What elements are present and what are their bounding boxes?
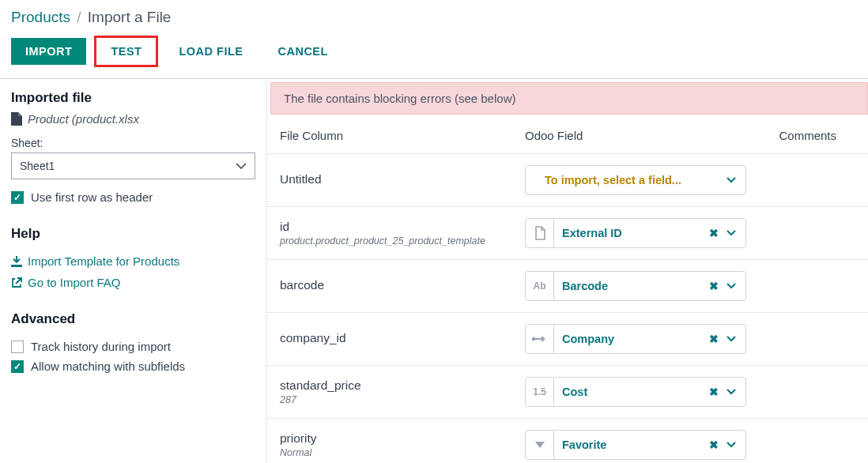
sheet-value: Sheet1	[20, 160, 55, 172]
clear-field-icon[interactable]: ✖	[704, 227, 723, 239]
imported-file-name-row: Product (product.xlsx	[11, 112, 255, 126]
field-picker[interactable]: 1.5Cost✖	[525, 377, 746, 407]
odoo-field-cell: Favorite✖	[525, 430, 746, 460]
content-area: The file contains blocking errors (see b…	[267, 79, 868, 463]
field-picker-label: External ID	[554, 227, 704, 239]
file-column-name: standard_price	[280, 378, 525, 393]
faq-link[interactable]: Go to Import FAQ	[11, 276, 255, 289]
file-column-name: company_id	[280, 331, 525, 345]
field-type-icon	[526, 431, 554, 459]
svg-rect-1	[532, 337, 535, 341]
allow-subfields-label: Allow matching with subfields	[31, 359, 185, 373]
file-column-cell: company_id	[280, 331, 525, 347]
download-icon	[11, 256, 22, 267]
file-column-name: barcode	[280, 278, 525, 292]
file-column-sample: 287	[280, 394, 525, 405]
external-link-icon	[11, 277, 22, 288]
test-button[interactable]: TEST	[94, 36, 158, 67]
file-column-cell: priorityNormal	[280, 431, 525, 458]
clear-field-icon[interactable]: ✖	[704, 333, 723, 345]
import-template-link[interactable]: Import Template for Products	[11, 254, 255, 268]
file-column-sample: product.product_product_25_product_templ…	[280, 235, 525, 247]
mapping-row: barcodeAbBarcode✖	[267, 260, 868, 313]
file-column-cell: Untitled	[280, 172, 525, 188]
chevron-down-icon[interactable]	[723, 389, 739, 395]
field-type-icon	[526, 166, 537, 194]
field-picker-label: Favorite	[554, 439, 704, 451]
chevron-down-icon[interactable]	[723, 336, 739, 342]
cancel-button[interactable]: CANCEL	[263, 38, 342, 65]
advanced-heading: Advanced	[11, 311, 255, 327]
file-icon	[11, 112, 22, 126]
file-column-cell: barcode	[280, 278, 525, 294]
field-type-icon	[526, 325, 554, 353]
field-picker-label: To import, select a field...	[537, 174, 723, 186]
odoo-field-cell: To import, select a field...	[525, 165, 746, 195]
field-type-icon: 1.5	[526, 378, 554, 406]
checkbox-icon	[11, 191, 24, 204]
clear-field-icon[interactable]: ✖	[704, 280, 723, 292]
header-odoo-field: Odoo Field	[525, 129, 770, 142]
field-type-icon	[526, 219, 554, 247]
header-file-column: File Column	[280, 129, 525, 142]
checkbox-icon	[11, 341, 24, 353]
imported-file-heading: Imported file	[11, 90, 255, 106]
import-template-text: Import Template for Products	[28, 254, 179, 268]
breadcrumb-separator: /	[77, 9, 81, 25]
file-column-sample: Normal	[280, 447, 525, 458]
import-button[interactable]: IMPORT	[11, 38, 86, 65]
chevron-down-icon[interactable]	[723, 283, 739, 289]
file-column-name: priority	[280, 431, 525, 446]
chevron-down-icon	[236, 163, 247, 169]
odoo-field-cell: AbBarcode✖	[525, 271, 746, 301]
faq-text: Go to Import FAQ	[28, 276, 121, 289]
mapping-row: priorityNormalFavorite✖	[267, 419, 868, 463]
file-column-name: id	[280, 220, 525, 234]
clear-field-icon[interactable]: ✖	[704, 439, 723, 451]
field-picker[interactable]: External ID✖	[525, 218, 746, 248]
field-picker-label: Company	[554, 333, 704, 345]
field-picker[interactable]: AbBarcode✖	[525, 271, 746, 301]
load-file-button[interactable]: LOAD FILE	[164, 38, 257, 65]
odoo-field-cell: 1.5Cost✖	[525, 377, 746, 407]
odoo-field-cell: Company✖	[525, 324, 746, 354]
svg-rect-0	[11, 265, 22, 267]
first-row-header-checkbox[interactable]: Use first row as header	[11, 190, 255, 204]
header-comments: Comments	[770, 129, 855, 142]
breadcrumb: Products / Import a File	[0, 0, 868, 31]
field-type-icon: Ab	[526, 272, 554, 300]
first-row-header-label: Use first row as header	[31, 190, 153, 204]
field-picker[interactable]: To import, select a field...	[525, 165, 746, 195]
file-column-name: Untitled	[280, 172, 525, 186]
field-picker[interactable]: Company✖	[525, 324, 746, 354]
field-picker-label: Cost	[554, 386, 704, 398]
toolbar: IMPORT TEST LOAD FILE CANCEL	[0, 31, 868, 79]
chevron-down-icon[interactable]	[723, 177, 739, 183]
file-column-cell: idproduct.product_product_25_product_tem…	[280, 220, 525, 247]
file-column-cell: standard_price287	[280, 378, 525, 405]
odoo-field-cell: External ID✖	[525, 218, 746, 248]
sheet-select[interactable]: Sheet1	[11, 152, 255, 179]
allow-subfields-checkbox[interactable]: Allow matching with subfields	[11, 359, 255, 373]
mapping-row: idproduct.product_product_25_product_tem…	[267, 207, 868, 260]
error-alert: The file contains blocking errors (see b…	[270, 82, 868, 115]
help-heading: Help	[11, 226, 255, 242]
imported-file-name: Product (product.xlsx	[28, 112, 139, 126]
field-picker-label: Barcode	[554, 280, 704, 292]
breadcrumb-parent[interactable]: Products	[11, 9, 70, 25]
sheet-label: Sheet:	[11, 137, 255, 149]
breadcrumb-current: Import a File	[88, 9, 172, 25]
track-history-checkbox[interactable]: Track history during import	[11, 340, 255, 353]
mapping-row: company_idCompany✖	[267, 313, 868, 366]
mapping-header: File Column Odoo Field Comments	[267, 118, 868, 154]
field-picker[interactable]: Favorite✖	[525, 430, 746, 460]
chevron-down-icon[interactable]	[723, 442, 739, 448]
mapping-row: UntitledTo import, select a field...	[267, 154, 868, 207]
checkbox-icon	[11, 360, 24, 373]
track-history-label: Track history during import	[31, 340, 171, 353]
clear-field-icon[interactable]: ✖	[704, 386, 723, 398]
chevron-down-icon[interactable]	[723, 230, 739, 236]
mapping-row: standard_price2871.5Cost✖	[267, 366, 868, 419]
sidebar: Imported file Product (product.xlsx Shee…	[0, 79, 267, 463]
